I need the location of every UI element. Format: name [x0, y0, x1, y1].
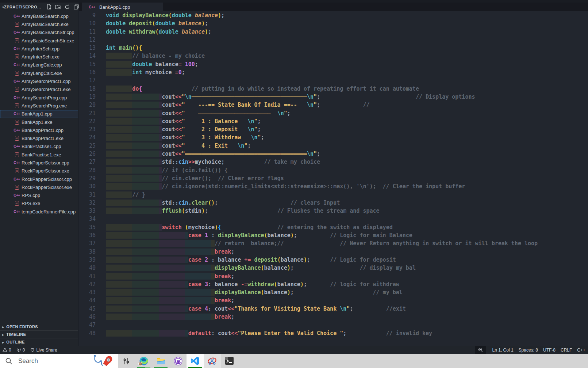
code-line-23[interactable]: 23 cout<<" 2 : Deposit \n";	[79, 125, 588, 133]
code-line-34[interactable]: 34	[79, 215, 588, 223]
file-row-bankpractise1.cpp[interactable]: C++BankPractise1.cpp	[0, 143, 78, 151]
panel-timeline[interactable]: ▸ TIMELINE	[0, 330, 78, 338]
code-line-24[interactable]: 24 cout<<" 3 : Withdraw \n";	[79, 133, 588, 141]
task-view-button[interactable]	[118, 354, 135, 368]
file-row-bankpractise1.exe[interactable]: 01BankPractise1.exe	[0, 151, 78, 159]
file-row-tempcoderunnerfile.cpp[interactable]: C++tempCodeRunnerFile.cpp	[0, 208, 78, 216]
code-line-16[interactable]: 16 int mychoice =0;	[79, 68, 588, 76]
explorer-folder-title[interactable]: ZPRACTISEPRO...	[4, 5, 41, 9]
file-row-rockpaperscissor.cpp[interactable]: C++RockPaperScissor.cpp	[0, 159, 78, 167]
edge-browser-button[interactable]	[135, 354, 152, 368]
cursor-position[interactable]: Ln 1, Col 1	[490, 346, 516, 354]
search-highlight-stethoscope-heart-icon[interactable]	[92, 355, 115, 368]
panel-outline[interactable]: ▸ OUTLINE	[0, 338, 78, 346]
vscode-button[interactable]	[187, 354, 204, 368]
line-number: 12	[79, 36, 96, 44]
file-row-arraysearchprog.exe[interactable]: 01ArraySearchProg.exe	[0, 102, 78, 110]
file-explorer-button[interactable]	[152, 354, 169, 368]
file-row-bankapp1.cpp[interactable]: C++BankApp1.cpp	[0, 110, 78, 118]
code-line-43[interactable]: 43 displayBalance(balance); // my bal	[79, 288, 588, 296]
indentation-setting[interactable]: Spaces: 8	[516, 346, 541, 354]
file-row-rockpaperscissor.exe[interactable]: 01RockPaperScissor.exe	[0, 167, 78, 175]
code-line-11[interactable]: 11double withdraw(double balance);	[79, 28, 588, 36]
code-line-44[interactable]: 44 break;	[79, 296, 588, 304]
file-row-arraysearchpract1.exe[interactable]: 01ArraySearchPract1.exe	[0, 86, 78, 94]
code-line-9[interactable]: 9void displayBalance(double balance);	[79, 11, 588, 19]
code-line-17[interactable]: 17	[79, 76, 588, 84]
file-row-arraysearchprog.cpp[interactable]: C++ArraySearchProg.cpp	[0, 94, 78, 102]
code-line-41[interactable]: 41 break;	[79, 272, 588, 280]
code-line-42[interactable]: 42 case 3: balance -=withdraw(balance); …	[79, 280, 588, 288]
file-row-bankapp1.exe[interactable]: 01BankApp1.exe	[0, 118, 78, 126]
code-line-25[interactable]: 25 cout<<" 4 : Exit \n";	[79, 142, 588, 150]
code-line-14[interactable]: 14 // balance - my choice	[79, 52, 588, 60]
code-line-33[interactable]: 33 fflush(stdin); // Flushes the stream …	[79, 207, 588, 215]
code-line-35[interactable]: 35 switch (mychoice){ // entering the sw…	[79, 223, 588, 231]
code-line-12[interactable]: 12	[79, 36, 588, 44]
file-row-arraylengcalc.cpp[interactable]: C++ArrayLengCalc.cpp	[0, 61, 78, 69]
github-desktop-button[interactable]	[169, 354, 187, 368]
collapse-folders-icon[interactable]	[73, 4, 79, 10]
code-line-21[interactable]: 21 cout<<" ────────────────────── \n";	[79, 109, 588, 117]
binary-file-icon: 01	[14, 152, 20, 158]
language-mode[interactable]: C++	[574, 346, 588, 354]
file-row-rockpapperscissor.cpp[interactable]: C++RockPapperScissor.cpp	[0, 175, 78, 183]
code-line-20[interactable]: 20 cout<<" ---== State Bank Of India ==-…	[79, 101, 588, 109]
problems-indicator[interactable]: 0	[0, 346, 14, 354]
code-line-46[interactable]: 46 break;	[79, 313, 588, 321]
code-line-26[interactable]: 26 cout<<"══════════════════════════════…	[79, 150, 588, 158]
file-row-arraybasicsearchstr.exe[interactable]: 01ArrayBasicSearchStr.exe	[0, 37, 78, 45]
binary-file-icon: 01	[14, 201, 20, 206]
code-line-15[interactable]: 15 double balance= 100;	[79, 60, 588, 68]
terminal-button[interactable]	[221, 354, 238, 368]
code-line-47[interactable]: 47	[79, 321, 588, 329]
file-row-bankapppract1.exe[interactable]: 01BankAppPract1.exe	[0, 134, 78, 142]
code-line-19[interactable]: 19 cout<<"\n────────────────────────────…	[79, 93, 588, 101]
search-input[interactable]	[18, 357, 73, 365]
file-row-arrayintersch.cpp[interactable]: C++ArrayInterSch.cpp	[0, 45, 78, 53]
code-line-28[interactable]: 28 // if (cin.fail()) {	[79, 166, 588, 174]
new-file-icon[interactable]	[46, 4, 52, 10]
code-line-31[interactable]: 31 // }	[79, 191, 588, 199]
code-line-48[interactable]: 48 default: cout<<"Please Enter the Vali…	[79, 329, 588, 337]
cpp-file-icon: C++	[14, 79, 20, 84]
encoding-setting[interactable]: UTF-8	[541, 346, 558, 354]
new-folder-icon[interactable]	[55, 4, 61, 10]
code-line-36[interactable]: 36 case 1 : displayBalance(balance); // …	[79, 231, 588, 239]
live-share-button[interactable]: Live Share	[27, 346, 59, 354]
code-line-22[interactable]: 22 cout<<" 1 : Balance \n";	[79, 117, 588, 125]
file-row-arraybasicsearch.exe[interactable]: 01ArrayBasicSearch.exe	[0, 20, 78, 28]
code-line-38[interactable]: 38 break;	[79, 248, 588, 256]
code-line-32[interactable]: 32 std::cin.clear(); // clears Input	[79, 199, 588, 207]
ports-indicator[interactable]: 0	[14, 346, 28, 354]
eol-setting[interactable]: CRLF	[558, 346, 574, 354]
file-row-arraybasicsearchstr.cpp[interactable]: C++ArrayBasicSearchStr.cpp	[0, 29, 78, 37]
file-row-arraybasicsearch.cpp[interactable]: C++ArrayBasicSearch.cpp	[0, 12, 78, 20]
file-row-arraylengcalc.exe[interactable]: 01ArrayLengCalc.exe	[0, 69, 78, 77]
file-row-rps.cpp[interactable]: C++RPS.cpp	[0, 191, 78, 200]
code-line-18[interactable]: 18 do{ // putting in do while so instead…	[79, 85, 588, 93]
code-line-10[interactable]: 10double deposit(double balance);	[79, 19, 588, 27]
taskbar-search-box[interactable]	[0, 354, 118, 368]
code-line-39[interactable]: 39 case 2 : balance += deposit(balance);…	[79, 256, 588, 264]
code-line-27[interactable]: 27 std::cin>>mychoice; // take my choice	[79, 158, 588, 166]
code-line-13[interactable]: 13int main(){	[79, 44, 588, 52]
code-line-30[interactable]: 30 // cin.ignore(std::numeric_limits<std…	[79, 182, 588, 190]
code-line-40[interactable]: 40 displayBalance(balance); // display m…	[79, 264, 588, 272]
code-line-45[interactable]: 45 case 4: cout<<"Thanks for Visiting St…	[79, 305, 588, 313]
snipping-tool-button[interactable]	[204, 354, 221, 368]
line-number: 25	[79, 142, 96, 150]
file-row-arrayintersch.exe[interactable]: 01ArrayInterSch.exe	[0, 53, 78, 61]
file-row-rockpapperscissor.exe[interactable]: 01RockPapperScissor.exe	[0, 183, 78, 191]
code-line-37[interactable]: 37 // return balance;// // Never Return …	[79, 239, 588, 247]
code-editor[interactable]: 9void displayBalance(double balance);10d…	[79, 11, 588, 346]
code-line-29[interactable]: 29 // cin.clear(); // Clear error flags	[79, 174, 588, 182]
refresh-icon[interactable]	[64, 4, 70, 10]
file-row-arraysearchpract1.cpp[interactable]: C++ArraySearchPract1.cpp	[0, 77, 78, 85]
explorer-header[interactable]: ▾ ZPRACTISEPRO...	[0, 3, 78, 11]
screencast-zoom-button[interactable]	[475, 346, 486, 354]
panel-open-editors[interactable]: ▸ OPEN EDITORS	[0, 323, 78, 330]
file-row-rps.exe[interactable]: 01RPS.exe	[0, 200, 78, 208]
file-row-bankapppract1.cpp[interactable]: C++BankAppPract1.cpp	[0, 126, 78, 134]
tab-bankapp1-cpp[interactable]: C++ BankApp1.cpp	[82, 3, 163, 11]
